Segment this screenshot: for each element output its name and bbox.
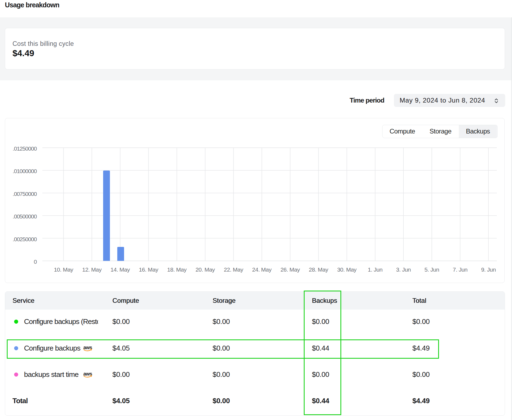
svg-text:12. May: 12. May — [82, 266, 102, 273]
svg-text:.00250000: .00250000 — [13, 236, 37, 242]
svg-text:5. Jun: 5. Jun — [424, 266, 439, 273]
svg-text:.00750000: .00750000 — [13, 191, 37, 197]
svg-text:28. May: 28. May — [309, 266, 328, 273]
svg-text:0: 0 — [34, 259, 37, 265]
svg-text:18. May: 18. May — [167, 266, 187, 273]
svg-text:10. May: 10. May — [54, 266, 73, 273]
svg-text:1. Jun: 1. Jun — [368, 266, 383, 273]
svg-text:.00500000: .00500000 — [13, 213, 37, 219]
svg-text:20. May: 20. May — [195, 266, 215, 273]
svg-text:22. May: 22. May — [224, 266, 243, 273]
svg-text:3. Jun: 3. Jun — [396, 266, 411, 273]
svg-text:24. May: 24. May — [252, 266, 272, 273]
svg-text:30. May: 30. May — [337, 266, 357, 273]
svg-text:7. Jun: 7. Jun — [453, 266, 467, 273]
svg-text:aws: aws — [83, 372, 92, 377]
svg-text:.01000000: .01000000 — [13, 168, 37, 174]
svg-text:16. May: 16. May — [139, 266, 158, 273]
svg-text:9. Jun: 9. Jun — [481, 266, 496, 273]
svg-text:.01250000: .01250000 — [13, 145, 37, 152]
svg-text:26. May: 26. May — [280, 266, 300, 273]
svg-text:14. May: 14. May — [110, 266, 130, 273]
